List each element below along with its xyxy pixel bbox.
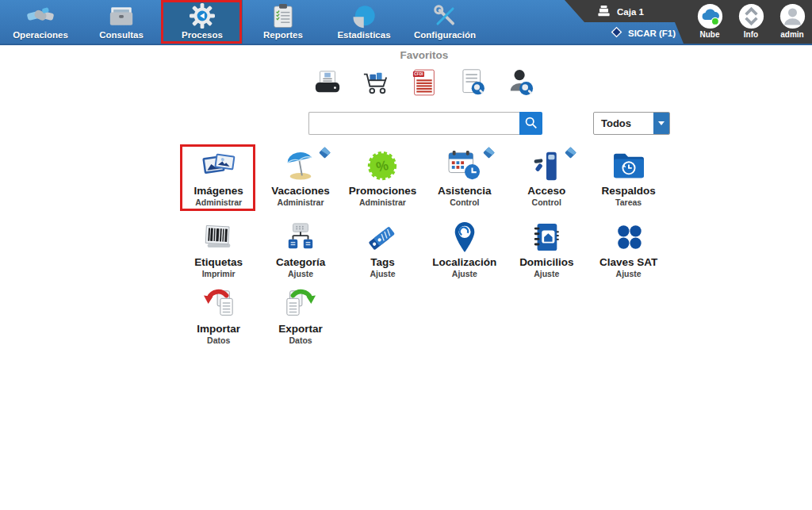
nav-item-procesos[interactable]: Procesos (162, 0, 243, 44)
nav-item-configuracion[interactable]: Configuración (404, 0, 485, 44)
nav-item-operaciones[interactable]: Operaciones (0, 0, 81, 44)
tags-icon (366, 220, 399, 255)
module-title: Respaldos (602, 186, 656, 197)
nav-item-label: Operaciones (13, 30, 68, 40)
favorite-shortcut-customer-search[interactable] (505, 68, 537, 100)
vacations-icon (284, 148, 317, 183)
nav-item-label: Procesos (182, 30, 223, 40)
module-promociones[interactable]: % Promociones Administrar (342, 144, 423, 216)
module-imagenes[interactable]: Imágenes Administrar (178, 144, 259, 216)
archive-drawer-icon (108, 3, 135, 29)
new-feature-diamond-badge (318, 146, 331, 159)
module-etiquetas[interactable]: Etiquetas Imprimir (178, 216, 259, 282)
module-title: Etiquetas (194, 257, 243, 269)
nav-item-label: Estadisticas (337, 30, 390, 40)
module-subtitle: Tareas (615, 197, 642, 208)
search-input[interactable] (308, 112, 519, 135)
receipt-printer-icon (312, 70, 343, 100)
module-exportar[interactable]: Exportar Datos (259, 282, 341, 349)
nav-item-label: Configuración (414, 30, 476, 40)
status-item-label: Info (744, 30, 758, 39)
module-subtitle: Control (450, 197, 479, 208)
gear-icon (190, 3, 215, 29)
module-title: Asistencia (438, 186, 492, 197)
nav-item-reportes[interactable]: Reportes (243, 0, 324, 44)
module-subtitle: Imprimir (202, 269, 236, 279)
category-icon (284, 220, 317, 255)
main-menu: Operaciones Consultas Procesos Reportes … (0, 0, 485, 44)
new-feature-diamond-badge (564, 146, 577, 159)
search-bar (308, 112, 542, 135)
module-title: Imágenes (194, 186, 243, 197)
top-navbar: Operaciones Consultas Procesos Reportes … (0, 0, 812, 45)
status-item-admin[interactable]: admin (774, 0, 810, 44)
user-avatar-icon (779, 3, 806, 29)
search-icon (524, 116, 538, 132)
sicar-diamond-icon (611, 26, 622, 40)
modules-grid: Imágenes Administrar Vacaciones Administ… (178, 144, 669, 349)
module-subtitle: Ajuste (616, 269, 642, 279)
app-window: Operaciones Consultas Procesos Reportes … (0, 0, 812, 510)
export-icon (284, 286, 317, 321)
filter-selected-value: Todos (594, 117, 653, 129)
svg-text:CFDI: CFDI (414, 72, 423, 76)
sicar-button-label: SICAR (F1) (628, 29, 676, 38)
nav-item-estadisticas[interactable]: Estadisticas (324, 0, 404, 44)
handshake-icon (26, 3, 55, 29)
module-title: Tags (370, 257, 395, 269)
favorite-shortcut-cfdi-document[interactable]: CFDI (408, 68, 440, 100)
module-title: Exportar (278, 324, 323, 336)
module-localizacion[interactable]: Localización Ajuste (423, 216, 505, 282)
favorite-shortcut-document-search[interactable] (457, 68, 488, 100)
module-title: Categoría (276, 257, 325, 269)
module-subtitle: Datos (289, 336, 312, 346)
module-categoria[interactable]: Categoría Ajuste (259, 216, 341, 282)
favorite-shortcut-shopping-cart[interactable] (360, 68, 392, 100)
module-title: Importar (197, 324, 240, 336)
search-button[interactable] (519, 112, 542, 135)
addresses-icon (531, 220, 561, 255)
filter-dropdown[interactable]: Todos (593, 112, 670, 135)
module-title: Vacaciones (271, 186, 330, 197)
module-title: Claves SAT (599, 257, 657, 269)
module-tags[interactable]: Tags Ajuste (342, 216, 423, 282)
cloud-icon (697, 3, 723, 29)
favorites-title: Favoritos (178, 49, 670, 61)
sicar-f1-button[interactable]: SICAR (F1) (611, 26, 676, 40)
status-item-label: admin (780, 30, 803, 39)
module-subtitle: Ajuste (534, 269, 559, 279)
cash-register-icon (596, 5, 611, 19)
module-asistencia[interactable]: Asistencia Control (423, 144, 505, 216)
module-subtitle: Ajuste (452, 269, 477, 279)
module-subtitle: Administrar (278, 197, 324, 208)
module-title: Acceso (527, 186, 565, 197)
backups-icon (611, 148, 646, 183)
module-subtitle: Administrar (359, 197, 406, 208)
shopping-cart-icon (361, 70, 391, 100)
status-item-nube[interactable]: Nube (691, 0, 728, 44)
access-icon (530, 148, 562, 183)
info-diamond-icon (738, 3, 764, 29)
status-item-label: Nube (700, 30, 720, 39)
chevron-down-icon[interactable] (653, 113, 669, 134)
module-domicilios[interactable]: Domicilios Ajuste (506, 216, 588, 282)
status-item-info[interactable]: Info (733, 0, 769, 44)
customer-search-icon (508, 68, 534, 100)
document-search-icon (460, 68, 486, 100)
module-acceso[interactable]: Acceso Control (506, 144, 588, 216)
module-vacaciones[interactable]: Vacaciones Administrar (259, 144, 341, 216)
favorite-shortcut-ticket-printer[interactable] (312, 68, 343, 100)
module-subtitle: Ajuste (288, 269, 313, 279)
module-claves-sat[interactable]: Claves SAT Ajuste (588, 216, 669, 282)
new-feature-diamond-badge (482, 146, 496, 159)
location-icon (451, 220, 478, 255)
module-subtitle: Administrar (195, 197, 242, 208)
module-importar[interactable]: Importar Datos (178, 282, 259, 349)
clipboard-icon (272, 3, 294, 29)
module-respaldos[interactable]: Respaldos Tareas (588, 144, 669, 216)
tools-icon (432, 3, 458, 29)
cfdi-document-icon: CFDI (412, 68, 436, 100)
images-icon (201, 148, 237, 183)
station-indicator[interactable]: Caja 1 (596, 5, 644, 19)
nav-item-consultas[interactable]: Consultas (81, 0, 162, 44)
